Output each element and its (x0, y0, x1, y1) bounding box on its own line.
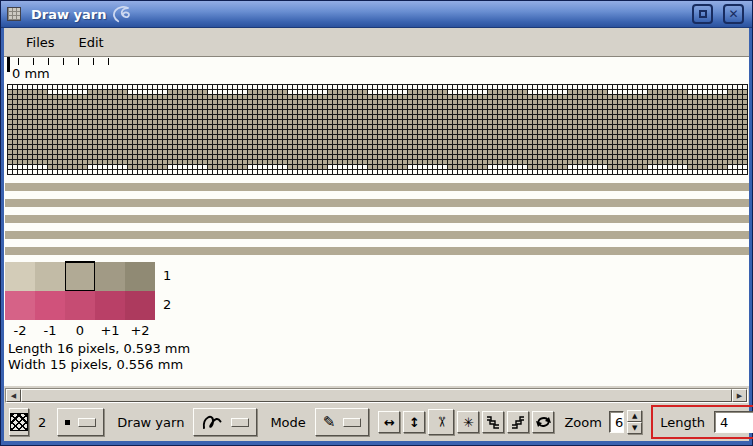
knot-icon: ✳ (463, 416, 474, 429)
dropdown-indicator (231, 418, 249, 427)
stretch-horizontal-button[interactable]: ↔ (378, 411, 400, 433)
palette-cell[interactable] (65, 291, 95, 320)
scissors-icon: ✂ (434, 416, 448, 428)
window-title: Draw yarn (31, 7, 106, 22)
pixel-square-icon (65, 420, 70, 425)
yarn-count-label: 2 (38, 415, 46, 430)
scrollbar-thumb[interactable] (21, 389, 732, 402)
dropdown-indicator (78, 418, 96, 427)
length-label: Length (660, 415, 705, 430)
yarn-preview-stripes (5, 183, 749, 263)
color-palette (5, 262, 155, 320)
tool-buttons: ↔ ↕ ✂ ✳ (378, 409, 554, 435)
scroll-right-icon: ▶ (737, 392, 742, 400)
scale-label: +2 (125, 323, 155, 338)
palette-cell[interactable] (5, 291, 35, 320)
stretch-vertical-button[interactable]: ↕ (403, 411, 425, 433)
ruler-origin-mark (7, 57, 10, 72)
app-weave-icon (7, 7, 21, 21)
close-button[interactable]: ✕ (723, 4, 744, 24)
bottom-bar: ◀ ▶ 2 Draw yarn (4, 386, 749, 441)
length-info-text: Length 16 pixels, 0.593 mm (8, 341, 190, 356)
titlebar[interactable]: Draw yarn ✕ (1, 1, 752, 28)
steps-right-icon (510, 415, 526, 429)
palette-cell[interactable] (35, 291, 65, 320)
zoom-spinner: ▲ ▼ (627, 410, 642, 434)
swap-arrows-icon (535, 414, 552, 430)
palette-cell[interactable] (5, 262, 35, 291)
pixel-size-menu[interactable] (57, 408, 104, 436)
draw-yarn-label: Draw yarn (117, 415, 184, 430)
palette-cell[interactable] (35, 262, 65, 291)
weave-pattern-icon (10, 413, 28, 431)
zoom-label: Zoom (564, 415, 601, 430)
length-highlight-box: Length 4 ▲ ▼ (651, 405, 753, 439)
yarn-grid[interactable] (7, 84, 748, 175)
pencil-icon: ✎ (323, 415, 336, 430)
maximize-icon (699, 10, 707, 18)
shift-steps-left-button[interactable] (482, 411, 504, 433)
drawing-area[interactable]: 0 mm 1 2 -2 -1 0 +1 +2 Length 16 pixels,… (4, 56, 749, 386)
scale-label: -1 (35, 323, 65, 338)
yarn-swirl-icon (112, 6, 134, 24)
palette-cell[interactable] (65, 262, 95, 291)
scroll-left-icon: ◀ (11, 392, 16, 400)
palette-row-1[interactable] (5, 262, 155, 291)
menu-edit[interactable]: Edit (75, 33, 108, 52)
swap-button[interactable] (532, 411, 554, 433)
client-area: Files Edit 0 mm 1 2 -2 -1 0 +1 +2 L (4, 28, 749, 441)
stretch-horizontal-icon: ↔ (384, 416, 395, 429)
zoom-spin-up-button[interactable]: ▲ (627, 410, 642, 422)
length-input[interactable]: 4 (714, 411, 753, 433)
scale-label: 0 (65, 323, 95, 338)
palette-cell[interactable] (95, 262, 125, 291)
mode-label: Mode (270, 415, 305, 430)
toolbar: 2 Draw yarn Mode ✎ (7, 405, 747, 439)
stretch-vertical-icon: ↕ (409, 416, 420, 429)
palette-row-2-label: 2 (163, 297, 171, 312)
yarn-curve-icon (201, 412, 223, 432)
weave-pattern-button[interactable] (9, 408, 29, 436)
ruler-zero-label: 0 mm (12, 66, 50, 81)
mode-menu[interactable]: ✎ (315, 408, 370, 436)
shift-steps-right-button[interactable] (507, 411, 529, 433)
spin-up-icon: ▲ (632, 412, 637, 420)
palette-cell[interactable] (125, 291, 155, 320)
scale-label: +1 (95, 323, 125, 338)
steps-left-icon (485, 415, 501, 429)
close-icon: ✕ (728, 8, 738, 20)
scroll-right-button[interactable]: ▶ (732, 389, 747, 402)
draw-yarn-window: Draw yarn ✕ Files Edit 0 mm (0, 0, 753, 446)
zoom-input[interactable]: 6 (609, 411, 624, 433)
horizontal-scrollbar[interactable]: ◀ ▶ (5, 388, 748, 403)
palette-cell[interactable] (95, 291, 125, 320)
cut-button[interactable]: ✂ (428, 409, 454, 435)
scroll-left-button[interactable]: ◀ (6, 389, 21, 402)
menu-files[interactable]: Files (22, 33, 59, 52)
spin-down-icon: ▼ (632, 424, 637, 432)
palette-cell[interactable] (125, 262, 155, 291)
width-info-text: Width 15 pixels, 0.556 mm (8, 357, 183, 372)
palette-scale-labels: -2 -1 0 +1 +2 (5, 323, 155, 338)
zoom-spin-down-button[interactable]: ▼ (627, 422, 642, 434)
palette-row-1-label: 1 (163, 268, 171, 283)
palette-row-2[interactable] (5, 291, 155, 320)
yarn-shape-menu[interactable] (193, 408, 257, 436)
dropdown-indicator (343, 418, 361, 427)
maximize-button[interactable] (692, 4, 713, 24)
zoom-value: 6 (615, 415, 623, 430)
knot-button[interactable]: ✳ (457, 411, 479, 433)
length-value: 4 (720, 415, 728, 430)
scale-label: -2 (5, 323, 35, 338)
menubar: Files Edit (4, 28, 749, 56)
